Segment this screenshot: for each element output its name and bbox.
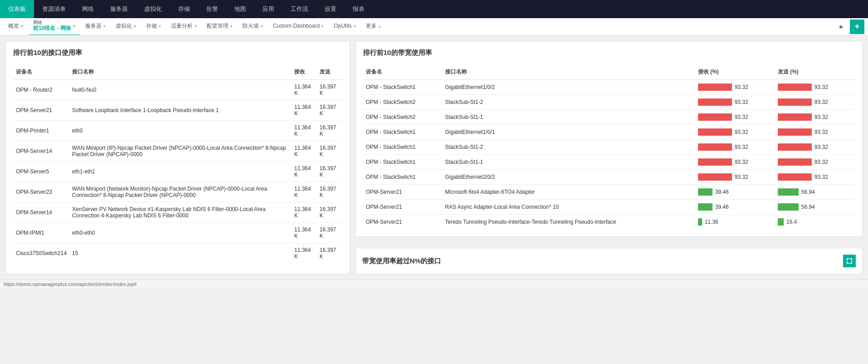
sub-nav-config[interactable]: 配置管理 ▾ xyxy=(202,18,237,35)
cell-send: 16.397 K xyxy=(317,202,342,223)
cell-interface: StackSub-St1-1 xyxy=(442,155,695,170)
chevron-down-icon-10: ▾ xyxy=(354,24,356,29)
cell-interface: StackSub-St1-1 xyxy=(442,110,695,125)
sub-nav-traffic[interactable]: 流量分析 ▾ xyxy=(166,18,201,35)
expand-icon-button[interactable] xyxy=(843,255,856,267)
cell-interface: GigabitEthernet1/0/2 xyxy=(442,80,695,95)
cell-recv: 11.364 K xyxy=(291,80,317,100)
nav-item-storage[interactable]: 存储 xyxy=(170,0,198,18)
sub-nav-virtual[interactable]: 虚拟化 ▾ xyxy=(111,18,141,35)
cell-device: OPM - StackSwitch2 xyxy=(363,95,442,110)
cell-recv-pct: 93.32 xyxy=(695,155,775,170)
table-row: OPM - StackSwitch1 GigabitEthernet1/0/2 … xyxy=(363,80,855,95)
send-value: 93.32 xyxy=(815,114,828,120)
recv-bar xyxy=(698,173,732,181)
nav-item-dashboard[interactable]: 仪表板 xyxy=(0,0,34,18)
right-col-send-pct: 发送 (%) xyxy=(775,64,855,80)
recv-value: 93.32 xyxy=(735,144,748,150)
left-table: 设备名 接口名称 接收 发送 OPM - Router2 Null0-Nu0 1… xyxy=(13,64,342,263)
left-panel-title: 排行前10的接口使用率 xyxy=(13,49,342,57)
sub-nav-custom-dashboard[interactable]: Custom Dashboard ▾ xyxy=(268,18,328,35)
cell-interface: eth1-eth1 xyxy=(69,162,291,182)
sub-nav-storage[interactable]: 存储 ▾ xyxy=(141,18,165,35)
recv-bar xyxy=(698,84,732,91)
chevron-down-icon-2: ▾ xyxy=(73,24,75,29)
svg-rect-1 xyxy=(847,258,848,261)
cell-recv-pct: 39.46 xyxy=(695,185,775,200)
cell-recv: 11.364 K xyxy=(291,202,317,223)
send-bar xyxy=(778,98,812,106)
cell-interface: eth0 xyxy=(69,121,291,141)
cell-device: OPM-Server14 xyxy=(13,202,69,223)
chevron-down-icon-9: ▾ xyxy=(321,24,324,29)
recv-value: 93.32 xyxy=(735,129,748,135)
right-col-device: 设备名 xyxy=(363,64,442,80)
table-row: OPM-Server21 RAS Async Adapter-Local Are… xyxy=(363,200,855,215)
cell-send: 16.397 K xyxy=(317,182,342,202)
send-bar xyxy=(778,218,784,226)
bottom-section-title: 带宽使用率超过N%的接口 xyxy=(362,257,441,266)
sub-nav-overview[interactable]: 概览 ▾ xyxy=(4,18,28,35)
nav-item-alarm[interactable]: 告警 xyxy=(198,0,226,18)
cell-recv-pct: 93.32 xyxy=(695,125,775,140)
sub-nav-more[interactable]: 更多 ▴ xyxy=(361,18,385,35)
star-icon-button[interactable]: ★ xyxy=(834,20,847,33)
cell-recv-pct: 93.32 xyxy=(695,170,775,185)
nav-item-network[interactable]: 网络 xyxy=(74,0,102,18)
sub-nav-oputils[interactable]: OpUtils ▾ xyxy=(329,18,360,35)
send-value: 93.32 xyxy=(815,174,828,180)
cell-send-pct: 93.32 xyxy=(775,80,855,95)
recv-value: 93.32 xyxy=(735,99,748,105)
nav-item-inventory[interactable]: 资源清单 xyxy=(34,0,74,18)
cell-device: OPM - StackSwitch2 xyxy=(363,110,442,125)
col-recv: 接收 xyxy=(291,64,317,80)
recv-bar xyxy=(698,143,732,151)
nav-item-app[interactable]: 应用 xyxy=(254,0,282,18)
chevron-down-icon: ▾ xyxy=(21,24,23,29)
sub-nav-icons: ★ + xyxy=(834,20,864,34)
nav-item-map[interactable]: 地图 xyxy=(226,0,254,18)
cell-device: OPM-Printer1 xyxy=(13,121,69,141)
col-interface-name: 接口名称 xyxy=(69,64,291,80)
chevron-down-icon-5: ▾ xyxy=(159,24,161,29)
send-bar xyxy=(778,173,812,181)
chevron-down-icon-3: ▾ xyxy=(103,24,106,29)
nav-item-workflow[interactable]: 工作流 xyxy=(282,0,316,18)
cell-device: OPM-Server21 xyxy=(13,100,69,121)
cell-send-pct: 93.32 xyxy=(775,155,855,170)
send-bar xyxy=(778,143,812,151)
cell-interface: StackSub-St1-2 xyxy=(442,95,695,110)
bottom-section-header: 带宽使用率超过N%的接口 xyxy=(362,255,856,267)
recv-value: 93.32 xyxy=(735,114,748,120)
recv-value: 93.32 xyxy=(735,159,748,165)
table-row: OPM-Server21 Microsoft 6to4 Adapter-6TO4… xyxy=(363,185,855,200)
nav-item-server[interactable]: 服务器 xyxy=(102,0,136,18)
table-row: OPM - StackSwitch2 StackSub-St1-2 93.32 … xyxy=(363,95,855,110)
cell-device: OPM - StackSwitch1 xyxy=(363,170,442,185)
sub-nav-network-top10[interactable]: 网络 前10排名 - 网络 ▾ xyxy=(29,18,80,35)
cell-device: OPM - StackSwitch1 xyxy=(363,140,442,155)
bottom-section: 带宽使用率超过N%的接口 xyxy=(355,248,863,274)
send-value: 56.94 xyxy=(801,189,815,195)
cell-send-pct: 93.32 xyxy=(775,170,855,185)
table-row: OPM - StackSwitch1 GigabitEthernet1/0/1 … xyxy=(363,125,855,140)
cell-device: OPM - StackSwitch1 xyxy=(363,125,442,140)
cell-send-pct: 93.32 xyxy=(775,110,855,125)
table-row: OPM - Router2 Null0-Nu0 11.364 K 16.397 … xyxy=(13,80,342,100)
cell-send: 16.397 K xyxy=(317,121,342,141)
nav-item-report[interactable]: 报表 xyxy=(344,0,373,18)
cell-recv: 11.364 K xyxy=(291,223,317,243)
sub-nav-firewall[interactable]: 防火墙 ▾ xyxy=(238,18,267,35)
send-value: 56.94 xyxy=(801,204,815,210)
add-dashboard-button[interactable]: + xyxy=(850,20,864,34)
recv-bar xyxy=(698,218,702,226)
cell-send-pct: 56.94 xyxy=(775,200,855,215)
nav-item-virtual[interactable]: 虚拟化 xyxy=(136,0,170,18)
nav-item-settings[interactable]: 设置 xyxy=(316,0,344,18)
cell-interface: XenServer PV Network Device #1-Kaspersky… xyxy=(69,202,291,223)
right-panel: 排行前10的带宽使用率 设备名 接口名称 接收 (%) 发送 (%) OPM -… xyxy=(355,41,863,237)
sub-nav-server[interactable]: 服务器 ▾ xyxy=(81,18,110,35)
table-row: OPM-Server14 WAN Miniport (IP)-Npcap Pac… xyxy=(13,141,342,162)
cell-device: OPM-Server21 xyxy=(363,200,442,215)
cell-device: OPM-Server23 xyxy=(13,182,69,202)
